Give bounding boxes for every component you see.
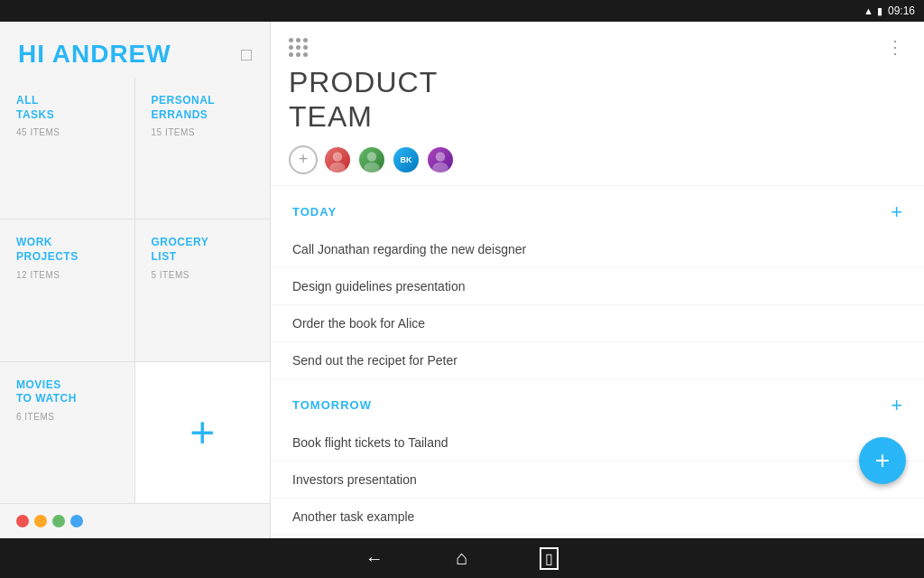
sidebar-header: HI ANDREW □ bbox=[0, 22, 270, 78]
status-time: 09:16 bbox=[888, 5, 915, 17]
fab-add-icon: + bbox=[875, 448, 890, 473]
work-projects-count: 12 ITEMS bbox=[16, 270, 118, 280]
fab-add-button[interactable]: + bbox=[859, 437, 906, 484]
sidebar: HI ANDREW □ ALLTASKS 45 ITEMS PERSONALER… bbox=[0, 22, 271, 538]
panel-title: PRODUCTTEAM bbox=[289, 65, 906, 135]
more-options-icon[interactable]: ⋮ bbox=[886, 36, 906, 58]
all-tasks-title: ALLTASKS bbox=[16, 94, 118, 122]
svg-point-5 bbox=[432, 162, 448, 172]
grid-icon[interactable] bbox=[289, 38, 308, 57]
status-icons: ▲ ▮ bbox=[864, 5, 882, 17]
sidebar-item-work-projects[interactable]: WORKPROJECTS 12 ITEMS bbox=[0, 219, 135, 361]
dot-blue bbox=[70, 515, 83, 527]
task-item[interactable]: Book flight tickets to Tailand bbox=[271, 424, 924, 461]
task-item[interactable]: Investors presentation bbox=[271, 461, 924, 499]
avatar-4[interactable] bbox=[426, 145, 455, 174]
members-row: + BK bbox=[289, 145, 906, 174]
grid-dot bbox=[289, 52, 293, 57]
nav-bar: ← ⌂ ▯ bbox=[0, 538, 924, 578]
sidebar-item-personal-errands[interactable]: PERSONALERRANDS 15 ITEMS bbox=[135, 78, 271, 219]
svg-point-3 bbox=[364, 162, 380, 172]
grid-dot bbox=[296, 38, 300, 42]
task-item[interactable]: Design guidelines presentation bbox=[271, 268, 924, 305]
tomorrow-section-title: TOMORROW bbox=[292, 398, 372, 412]
greeting-text: HI ANDREW bbox=[18, 40, 171, 69]
panel-header: ⋮ PRODUCTTEAM + bbox=[271, 22, 924, 186]
today-section-title: TODAY bbox=[292, 205, 337, 219]
svg-point-0 bbox=[333, 152, 343, 162]
svg-point-4 bbox=[436, 152, 446, 162]
add-member-button[interactable]: + bbox=[289, 145, 318, 174]
movies-to-watch-title: MOVIESTO WATCH bbox=[16, 378, 118, 406]
sidebar-item-movies-to-watch[interactable]: MOVIESTO WATCH 6 ITEMS bbox=[0, 362, 135, 504]
dot-red bbox=[16, 515, 29, 527]
battery-icon: ▮ bbox=[877, 5, 882, 17]
grid-dot bbox=[303, 38, 308, 42]
panel-top-row: ⋮ bbox=[289, 36, 906, 58]
tomorrow-section-header: TOMORROW + bbox=[271, 379, 924, 424]
task-item[interactable]: Send out the recipet for Peter bbox=[271, 342, 924, 379]
work-projects-title: WORKPROJECTS bbox=[16, 236, 118, 264]
grid-dot bbox=[289, 38, 293, 42]
grid-dot bbox=[296, 45, 300, 50]
add-today-task-button[interactable]: + bbox=[891, 200, 902, 224]
grid-dot bbox=[303, 45, 308, 50]
wifi-icon: ▲ bbox=[864, 5, 873, 16]
main-container: HI ANDREW □ ALLTASKS 45 ITEMS PERSONALER… bbox=[0, 22, 924, 538]
sidebar-item-grocery-list[interactable]: GROCERYLIST 5 ITEMS bbox=[135, 219, 271, 361]
sidebar-footer bbox=[0, 504, 270, 538]
sidebar-item-all-tasks[interactable]: ALLTASKS 45 ITEMS bbox=[0, 78, 135, 219]
svg-point-2 bbox=[367, 152, 377, 162]
grid-dot bbox=[289, 45, 293, 50]
avatar-3[interactable]: BK bbox=[392, 145, 420, 174]
grocery-list-count: 5 ITEMS bbox=[152, 270, 254, 280]
svg-point-1 bbox=[329, 162, 346, 172]
add-list-icon: + bbox=[189, 411, 215, 454]
dot-green bbox=[52, 515, 65, 527]
avatar-1[interactable] bbox=[323, 145, 352, 174]
comment-icon[interactable]: □ bbox=[241, 44, 252, 65]
all-tasks-count: 45 ITEMS bbox=[16, 127, 118, 137]
dot-orange bbox=[34, 515, 47, 527]
personal-errands-title: PERSONALERRANDS bbox=[152, 94, 254, 122]
grid-dot bbox=[303, 52, 308, 57]
avatar-2[interactable] bbox=[357, 145, 386, 174]
status-bar: ▲ ▮ 09:16 bbox=[0, 0, 924, 22]
right-wrapper: ⋮ PRODUCTTEAM + bbox=[271, 22, 924, 538]
task-item[interactable]: Order the book for Alice bbox=[271, 305, 924, 342]
sidebar-grid: ALLTASKS 45 ITEMS PERSONALERRANDS 15 ITE… bbox=[0, 78, 270, 504]
right-panel: ⋮ PRODUCTTEAM + bbox=[271, 22, 924, 538]
back-button[interactable]: ← bbox=[365, 548, 383, 569]
task-list: TODAY + Call Jonathan regarding the new … bbox=[271, 186, 924, 538]
personal-errands-count: 15 ITEMS bbox=[152, 127, 254, 137]
add-list-button[interactable]: + bbox=[135, 362, 271, 504]
task-item[interactable]: Another task example bbox=[271, 499, 924, 536]
recents-button[interactable]: ▯ bbox=[540, 547, 559, 570]
task-item[interactable]: Call Jonathan regarding the new deisgner bbox=[271, 231, 924, 268]
grid-dot bbox=[296, 52, 300, 57]
home-button[interactable]: ⌂ bbox=[456, 546, 467, 570]
movies-to-watch-count: 6 ITEMS bbox=[16, 412, 118, 422]
today-section-header: TODAY + bbox=[271, 186, 924, 231]
add-tomorrow-task-button[interactable]: + bbox=[891, 394, 902, 417]
grocery-list-title: GROCERYLIST bbox=[152, 236, 254, 264]
